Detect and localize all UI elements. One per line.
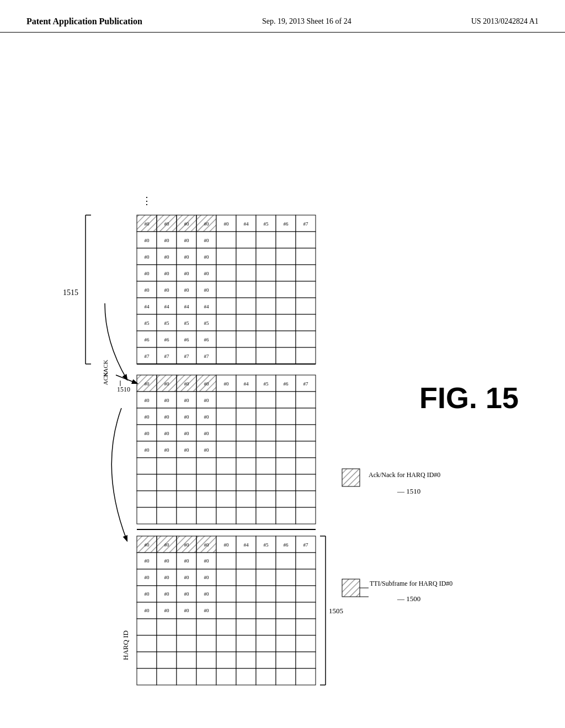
svg-text:#0: #0 [164,254,170,260]
svg-rect-187 [236,474,256,491]
svg-rect-123 [137,507,157,524]
svg-rect-202 [276,392,296,408]
svg-text:#0: #0 [204,238,210,243]
svg-rect-315 [236,314,256,331]
svg-rect-212 [296,392,316,408]
svg-rect-98 [276,652,296,668]
svg-rect-67 [216,635,236,652]
svg-rect-179 [216,507,236,524]
svg-text:#0: #0 [164,271,170,276]
svg-rect-196 [256,458,276,474]
svg-rect-344 [296,298,316,314]
svg-rect-335 [276,314,296,331]
svg-text:#0: #0 [164,591,170,597]
svg-text:#0: #0 [184,542,190,548]
svg-text:#0: #0 [204,414,210,420]
svg-rect-63 [216,569,236,586]
svg-rect-108 [296,652,316,668]
svg-rect-197 [256,474,276,491]
svg-rect-74 [236,586,256,602]
svg-rect-317 [236,347,256,364]
svg-rect-27 [157,668,177,685]
svg-text:#0: #0 [204,542,210,548]
svg-rect-321 [256,248,276,265]
svg-text:Ack/Nack for HARQ ID#0: Ack/Nack for HARQ ID#0 [369,471,440,479]
svg-rect-68 [216,652,236,668]
svg-text:#0: #0 [164,398,170,403]
svg-rect-203 [276,408,296,425]
svg-text:#0: #0 [145,575,150,580]
svg-rect-205 [276,441,296,458]
svg-rect-188 [236,491,256,507]
svg-text:TTI/Subframe for HARQ ID#0: TTI/Subframe for HARQ ID#0 [370,580,452,587]
svg-rect-162 [196,458,216,474]
svg-rect-340 [296,232,316,248]
svg-rect-208 [276,491,296,507]
svg-rect-11 [137,635,157,652]
svg-text:#6: #6 [184,337,190,342]
svg-rect-176 [216,458,236,474]
svg-text:#0: #0 [204,381,210,387]
svg-rect-75 [236,602,256,619]
svg-rect-175 [216,441,236,458]
svg-rect-216 [296,458,316,474]
svg-rect-311 [236,248,256,265]
svg-text:#0: #0 [204,447,210,453]
svg-rect-52 [196,619,216,635]
svg-rect-359 [342,469,360,486]
svg-text:#5: #5 [264,221,269,227]
svg-text:#0: #0 [204,558,210,564]
svg-text:#0: #0 [184,238,190,243]
svg-rect-136 [157,491,177,507]
svg-rect-177 [216,474,236,491]
svg-rect-300 [216,232,236,248]
svg-rect-12 [137,652,157,668]
svg-rect-323 [256,281,276,298]
svg-rect-38 [177,619,196,635]
svg-rect-182 [236,392,256,408]
svg-rect-193 [256,408,276,425]
svg-rect-326 [256,331,276,347]
svg-text:#0: #0 [184,575,190,580]
svg-text:#0: #0 [184,431,190,436]
svg-rect-354 [342,579,360,597]
header-left-text: Patent Application Publication [26,15,142,28]
svg-rect-134 [157,458,177,474]
svg-text:1510: 1510 [117,386,130,393]
svg-rect-217 [296,474,316,491]
svg-text:#6: #6 [284,381,289,387]
svg-rect-194 [256,425,276,441]
svg-rect-301 [216,248,236,265]
svg-text:#0: #0 [164,542,170,548]
svg-rect-77 [236,635,256,652]
svg-text:#5: #5 [264,381,269,387]
svg-text:#0: #0 [184,414,190,420]
svg-text:#0: #0 [164,381,170,387]
svg-text:#7: #7 [184,354,190,359]
svg-rect-99 [276,668,296,685]
svg-rect-172 [216,392,236,408]
header-right-text: US 2013/0242824 A1 [471,15,539,27]
svg-text:#7: #7 [303,542,309,548]
svg-text:#0: #0 [145,608,150,613]
svg-text:#0: #0 [145,542,150,548]
svg-rect-55 [196,668,216,685]
svg-text:#0: #0 [184,221,190,227]
svg-rect-150 [177,491,196,507]
svg-rect-53 [196,635,216,652]
svg-rect-64 [216,586,236,602]
svg-text:#0: #0 [164,575,170,580]
svg-rect-195 [256,441,276,458]
svg-rect-215 [296,441,316,458]
svg-text:#0: #0 [145,254,150,260]
svg-text:#0: #0 [184,287,190,293]
svg-rect-213 [296,408,316,425]
svg-text:⋮: ⋮ [142,195,152,206]
svg-rect-305 [216,314,236,331]
svg-text:#0: #0 [164,221,170,227]
svg-text:#7: #7 [164,354,170,359]
svg-rect-10 [137,619,157,635]
svg-rect-65 [216,602,236,619]
svg-rect-307 [216,347,236,364]
svg-text:#0: #0 [204,271,210,276]
